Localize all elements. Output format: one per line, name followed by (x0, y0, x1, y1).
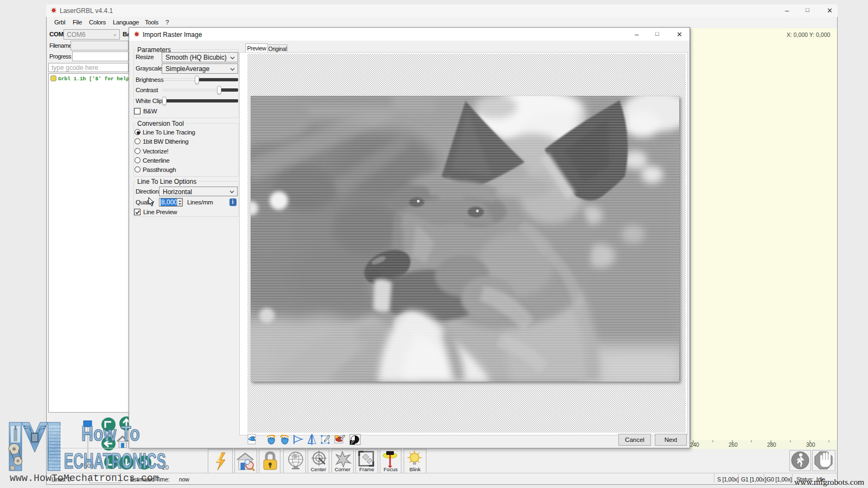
svg-text:How To: How To (81, 422, 140, 445)
svg-text:00110110: 00110110 (49, 467, 63, 471)
svg-text:ECHATRONICS: ECHATRONICS (64, 449, 166, 473)
